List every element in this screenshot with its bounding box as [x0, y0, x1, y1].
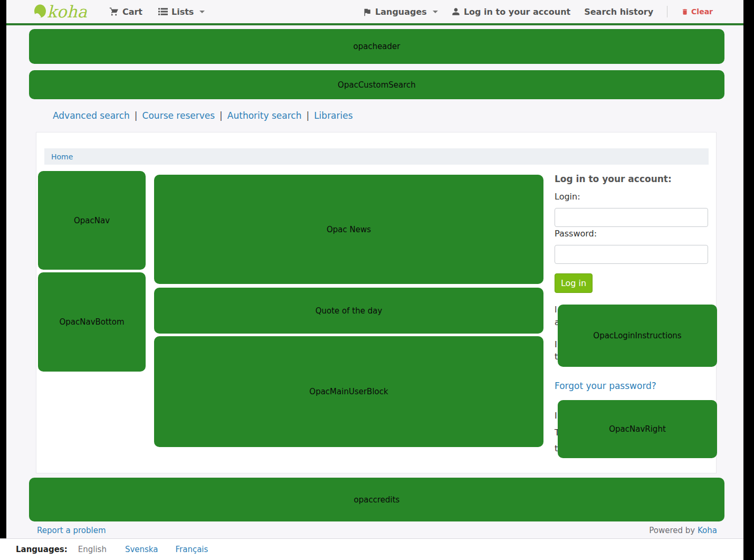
- clear-search-history-button[interactable]: Clear: [681, 7, 713, 16]
- obscured-text-fragment: l: [555, 305, 557, 315]
- clear-label: Clear: [691, 7, 713, 16]
- region-opac-custom-search-label: OpacCustomSearch: [338, 80, 416, 90]
- lists-dropdown[interactable]: Lists: [158, 7, 205, 17]
- koha-logo-text: koha: [47, 4, 87, 20]
- lists-label: Lists: [171, 7, 194, 17]
- region-opac-news: Opac News: [154, 175, 543, 284]
- advanced-search-link[interactable]: Advanced search: [53, 110, 130, 121]
- region-opac-login-instructions: OpacLoginInstructions: [558, 305, 717, 367]
- navbar-divider: [667, 6, 667, 17]
- powered-by-text: Powered by: [649, 526, 695, 535]
- language-current-english: English: [78, 545, 107, 554]
- libraries-link[interactable]: Libraries: [314, 110, 352, 121]
- koha-logo[interactable]: koha: [34, 4, 87, 20]
- login-nav-link[interactable]: Log in to your account: [452, 7, 570, 17]
- languages-bar-label: Languages:: [16, 545, 68, 554]
- separator: |: [219, 110, 223, 121]
- region-opac-main-user-block: OpacMainUserBlock: [154, 336, 543, 447]
- powered-by: Powered by Koha: [649, 526, 717, 535]
- region-opac-news-label: Opac News: [327, 225, 371, 234]
- koha-footer-link[interactable]: Koha: [698, 526, 717, 535]
- separator: |: [306, 110, 309, 121]
- report-a-problem-link[interactable]: Report a problem: [37, 526, 106, 535]
- login-nav-label: Log in to your account: [464, 7, 570, 17]
- trash-icon: [681, 8, 689, 16]
- region-quote-label: Quote of the day: [316, 306, 383, 316]
- search-history-label: Search history: [584, 7, 653, 17]
- breadcrumb-home-link[interactable]: Home: [51, 153, 73, 161]
- region-opac-nav-right-label: OpacNavRight: [609, 424, 666, 434]
- language-link-svenska[interactable]: Svenska: [125, 545, 158, 554]
- region-opacheader-label: opacheader: [354, 42, 400, 51]
- top-navbar: koha Cart Lists Languages: [6, 0, 743, 25]
- region-quote-of-the-day: Quote of the day: [154, 288, 543, 334]
- koha-leaf-icon: [34, 4, 46, 19]
- separator: |: [135, 110, 138, 121]
- language-link-francais[interactable]: Français: [175, 545, 208, 554]
- cart-icon: [109, 7, 119, 16]
- region-opac-nav-bottom: OpacNavBottom: [38, 272, 146, 372]
- chevron-down-icon: [199, 11, 205, 13]
- search-links-row: Advanced search|Course reserves|Authorit…: [53, 110, 353, 121]
- lists-icon: [158, 7, 168, 16]
- password-field-label: Password:: [555, 229, 597, 239]
- region-opac-nav-right: OpacNavRight: [558, 400, 717, 458]
- region-opac-nav-label: OpacNav: [74, 216, 110, 225]
- password-input[interactable]: [555, 245, 708, 264]
- cart-button[interactable]: Cart: [109, 7, 142, 17]
- flag-icon: [362, 7, 371, 16]
- region-main-user-block-label: OpacMainUserBlock: [309, 387, 388, 396]
- region-login-instructions-label: OpacLoginInstructions: [593, 331, 681, 340]
- login-field-label: Login:: [555, 192, 580, 202]
- log-in-button[interactable]: Log in: [555, 273, 593, 293]
- obscured-text-fragment: I: [555, 411, 557, 421]
- region-opac-custom-search: OpacCustomSearch: [29, 70, 724, 99]
- login-input[interactable]: [555, 208, 708, 227]
- region-opac-nav-bottom-label: OpacNavBottom: [59, 317, 124, 327]
- login-heading: Log in to your account:: [555, 174, 672, 184]
- region-opac-nav: OpacNav: [38, 171, 146, 270]
- user-icon: [452, 7, 460, 16]
- obscured-text-fragment: I: [555, 339, 557, 349]
- cart-label: Cart: [122, 7, 142, 17]
- region-opacheader: opacheader: [29, 29, 724, 64]
- course-reserves-link[interactable]: Course reserves: [142, 110, 215, 121]
- languages-label: Languages: [375, 7, 427, 17]
- search-history-link[interactable]: Search history: [584, 7, 653, 17]
- breadcrumb: Home: [44, 148, 709, 165]
- forgot-password-link[interactable]: Forgot your password?: [555, 381, 656, 391]
- region-opaccredits: opaccredits: [29, 478, 724, 521]
- languages-dropdown[interactable]: Languages: [362, 7, 438, 17]
- language-bar: Languages: English Svenska Français: [0, 538, 743, 560]
- authority-search-link[interactable]: Authority search: [227, 110, 302, 121]
- chevron-down-icon: [433, 11, 438, 13]
- region-opaccredits-label: opaccredits: [354, 495, 400, 505]
